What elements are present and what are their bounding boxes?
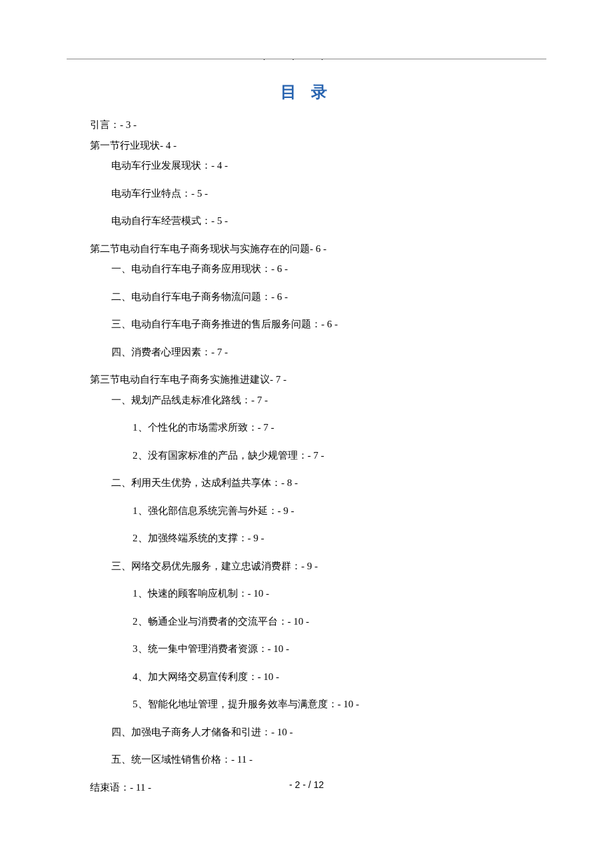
- toc-entry: 1、个性化的市场需求所致：- 7 -: [90, 420, 546, 435]
- toc-entry: 一、电动自行车电子商务应用现状：- 6 -: [90, 261, 546, 277]
- toc-entry: 1、强化部信息系统完善与外延：- 9 -: [90, 503, 546, 519]
- table-of-contents: 引言：- 3 -第一节行业现状- 4 -电动车行业发展现状：- 4 -电动车行业…: [67, 117, 546, 795]
- header-dots: ...: [67, 52, 546, 63]
- toc-entry: 二、电动自行车电子商务物流问题：- 6 -: [90, 289, 546, 305]
- toc-entry: 4、加大网络交易宣传利度：- 10 -: [90, 669, 546, 685]
- toc-entry: 电动车行业特点：- 5 -: [90, 186, 546, 201]
- toc-entry: 电动车行业发展现状：- 4 -: [90, 158, 546, 173]
- page-footer: - 2 - / 12: [0, 779, 613, 790]
- toc-entry: 四、加强电子商务人才储备和引进：- 10 -: [90, 725, 546, 740]
- toc-entry: 3、统一集中管理消费者资源：- 10 -: [90, 641, 546, 657]
- toc-entry: 四、消费者心理因素：- 7 -: [90, 345, 546, 360]
- toc-entry: 一、规划产品线走标准化路线：- 7 -: [90, 393, 546, 408]
- toc-entry: 第三节电动自行车电子商务实施推进建议- 7 -: [90, 372, 546, 387]
- toc-title: 目 录: [67, 81, 546, 103]
- toc-entry: 电动自行车经营模式：- 5 -: [90, 213, 546, 229]
- toc-entry: 2、没有国家标准的产品，缺少规管理：- 7 -: [90, 448, 546, 463]
- header-line: [67, 59, 546, 59]
- toc-entry: 2、畅通企业与消费者的交流平台：- 10 -: [90, 614, 546, 629]
- toc-entry: 2、加强终端系统的支撑：- 9 -: [90, 531, 546, 546]
- toc-entry: 引言：- 3 -: [90, 117, 546, 133]
- toc-entry: 5、智能化地址管理，提升服务效率与满意度：- 10 -: [90, 697, 546, 712]
- document-page: ... 目 录 引言：- 3 -第一节行业现状- 4 -电动车行业发展现状：- …: [0, 0, 613, 827]
- toc-entry: 三、网络交易优先服务，建立忠诚消费群：- 9 -: [90, 559, 546, 574]
- toc-entry: 二、利用天生优势，达成利益共享体：- 8 -: [90, 475, 546, 491]
- toc-entry: 第二节电动自行车电子商务现状与实施存在的问题- 6 -: [90, 241, 546, 257]
- toc-entry: 三、电动自行车电子商务推进的售后服务问题：- 6 -: [90, 317, 546, 332]
- toc-entry: 1、快速的顾客响应机制：- 10 -: [90, 586, 546, 601]
- toc-entry: 第一节行业现状- 4 -: [90, 138, 546, 153]
- toc-entry: 五、统一区域性销售价格：- 11 -: [90, 752, 546, 767]
